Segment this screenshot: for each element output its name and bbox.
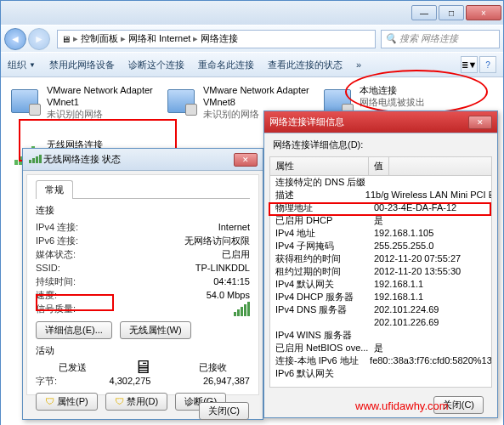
col-value: 值: [369, 157, 389, 175]
annotation-box-details-btn: [36, 294, 114, 311]
value-bytes-recv: 26,947,387: [203, 374, 250, 388]
signal-bars-icon: [233, 302, 250, 316]
search-input[interactable]: 🔍 搜索 网络连接: [381, 30, 500, 48]
label-sent: 已发送: [59, 360, 87, 374]
wireless-props-button[interactable]: 无线属性(W): [120, 321, 191, 339]
table-row: IPv4 WINS 服务器: [270, 329, 491, 342]
col-property: 属性: [270, 157, 369, 175]
toolbar-rename[interactable]: 重命名此连接: [198, 59, 254, 71]
network-icon: [8, 84, 42, 118]
label-bytes: 字节:: [36, 374, 57, 388]
section-activity: 活动: [36, 344, 250, 357]
details-heading: 网络连接详细信息(D):: [264, 133, 497, 151]
dialog-close-button[interactable]: ✕: [234, 153, 258, 167]
close-button[interactable]: 关闭(C): [199, 402, 249, 420]
table-row: IPv4 默认网关192.168.1.1: [270, 278, 491, 291]
crumb-network[interactable]: 网络和 Internet: [128, 32, 190, 45]
table-row: IPv4 DNS 服务器202.101.224.69: [270, 303, 491, 316]
adapter-name: VMware Network Adapter: [47, 84, 153, 96]
disable-button[interactable]: 🛡 禁用(D): [105, 393, 167, 411]
label-recv: 已接收: [199, 360, 227, 374]
dialog-titlebar: 无线网络连接 状态 ✕: [23, 149, 263, 171]
dialog-title: 无线网络连接 状态: [43, 153, 234, 166]
toolbar-diagnose[interactable]: 诊断这个连接: [128, 59, 184, 71]
annotation-box-ipv4: [269, 202, 491, 216]
tab-general[interactable]: 常规: [36, 180, 73, 199]
value-media: 已启用: [222, 247, 250, 261]
chevron-icon: ▸: [193, 33, 198, 44]
table-row: IPv4 子网掩码255.255.255.0: [270, 240, 491, 252]
status-dialog: 无线网络连接 状态 ✕ 常规 连接 IPv4 连接:Internet IPv6 …: [22, 148, 263, 420]
table-row: 连接-本地 IPv6 地址fe80::38a3:f76:cfd0:5820%13: [270, 354, 491, 367]
label-duration: 持续时间:: [36, 275, 76, 288]
label-ipv4: IPv4 连接:: [36, 220, 78, 234]
maximize-button[interactable]: □: [439, 5, 464, 20]
value-ipv6: 无网络访问权限: [184, 234, 250, 247]
adapter-status: 未识别的网络: [47, 108, 153, 120]
adapter-subname: VMnet1: [47, 96, 153, 108]
close-button[interactable]: ×: [466, 5, 501, 20]
details-dialog: 网络连接详细信息 ✕ 网络连接详细信息(D): 属性 值 连接特定的 DNS 后…: [263, 110, 498, 418]
minimize-button[interactable]: —: [411, 5, 437, 20]
details-table: 属性 值 连接特定的 DNS 后缀描述11b/g Wireless LAN Mi…: [269, 156, 492, 388]
annotation-circle: [345, 70, 488, 114]
value-ssid: TP-LINKDDL: [195, 261, 250, 275]
help-button[interactable]: ?: [479, 56, 496, 73]
chevron-down-icon: ▼: [29, 61, 36, 69]
computer-icon: 🖥: [61, 34, 71, 44]
chevron-icon: ▸: [73, 33, 78, 44]
label-ssid: SSID:: [36, 261, 60, 275]
dialog-title: 网络连接详细信息: [269, 116, 468, 128]
dialog-close-button[interactable]: ✕: [468, 116, 492, 129]
table-row: 已启用 DHCP是: [270, 214, 491, 227]
toolbar-disable[interactable]: 禁用此网络设备: [49, 59, 115, 71]
toolbar-organize[interactable]: 组织▼: [8, 59, 36, 71]
value-ipv4: Internet: [218, 220, 250, 234]
computer-icon: 🖥: [133, 360, 152, 374]
breadcrumb[interactable]: 🖥 ▸ 控制面板 ▸ 网络和 Internet ▸ 网络连接: [57, 30, 376, 48]
table-row: 获得租约的时间2012-11-20 07:55:27: [270, 252, 491, 265]
toolbar-view-status[interactable]: 查看此连接的状态: [268, 59, 343, 71]
value-duration: 04:41:15: [213, 275, 250, 288]
crumb-control-panel[interactable]: 控制面板: [81, 32, 118, 45]
back-button[interactable]: ◄: [4, 28, 26, 50]
chevron-icon: ▸: [121, 33, 126, 44]
crumb-connections[interactable]: 网络连接: [201, 32, 238, 45]
table-row: 202.101.226.69: [270, 316, 491, 329]
value-bytes-sent: 4,302,275: [110, 374, 151, 388]
toolbar-more[interactable]: »: [356, 60, 361, 70]
nav-bar: ◄ ► 🖥 ▸ 控制面板 ▸ 网络和 Internet ▸ 网络连接 🔍 搜索 …: [1, 25, 503, 52]
value-speed: 54.0 Mbps: [207, 288, 250, 302]
table-row: IPv6 默认网关: [270, 367, 491, 380]
network-icon: [164, 84, 198, 118]
adapter-subname: VMnet8: [203, 96, 309, 108]
properties-button[interactable]: 🛡 属性(P): [36, 393, 98, 411]
table-row: IPv4 DHCP 服务器192.168.1.1: [270, 291, 491, 303]
table-row: 租约过期的时间2012-11-20 13:55:30: [270, 265, 491, 278]
forward-button[interactable]: ►: [28, 28, 50, 50]
section-connection: 连接: [36, 204, 250, 217]
label-media: 媒体状态:: [36, 247, 76, 261]
window-titlebar: — □ ×: [1, 1, 503, 25]
view-options-button[interactable]: ≣▼: [461, 56, 478, 73]
table-row: 已启用 NetBIOS ove...是: [270, 342, 491, 354]
search-icon: 🔍: [385, 33, 397, 44]
table-row: 描述11b/g Wireless LAN Mini PCI Ex: [270, 189, 491, 201]
wifi-icon: [28, 155, 40, 165]
search-placeholder: 搜索 网络连接: [399, 32, 458, 45]
label-ipv6: IPv6 连接:: [36, 234, 78, 247]
watermark-text: www.ufidawhy.com: [355, 400, 449, 412]
table-row: 连接特定的 DNS 后缀: [270, 176, 491, 189]
table-row: IPv4 地址192.168.1.105: [270, 227, 491, 240]
adapter-name: VMware Network Adapter: [203, 84, 309, 96]
details-button[interactable]: 详细信息(E)...: [36, 321, 112, 339]
dialog-titlebar: 网络连接详细信息 ✕: [264, 111, 497, 133]
